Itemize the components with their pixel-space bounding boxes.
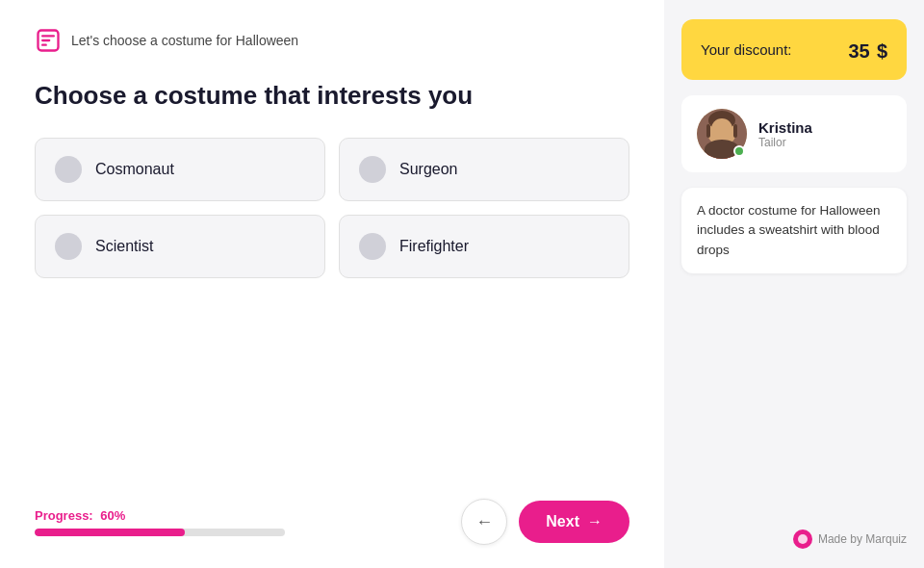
progress-bar-bg xyxy=(35,529,285,536)
progress-percent: 60% xyxy=(100,508,125,523)
message-bubble: A doctor costume for Halloween includes … xyxy=(681,188,907,273)
progress-bar-fill xyxy=(35,529,185,536)
marquiz-icon xyxy=(793,529,812,549)
left-panel: Let's choose a costume for Halloween Cho… xyxy=(0,0,664,568)
tailor-info: Kristina Tailor xyxy=(758,119,812,149)
options-grid: Cosmonaut Surgeon Scientist Firefighter xyxy=(35,138,629,278)
option-label-scientist: Scientist xyxy=(95,238,153,255)
next-button[interactable]: Next → xyxy=(519,501,629,543)
right-panel: Your discount: 35 $ xyxy=(664,0,924,568)
option-radio-cosmonaut xyxy=(55,156,82,183)
progress-text: Progress: xyxy=(35,508,93,523)
option-label-firefighter: Firefighter xyxy=(399,238,469,255)
svg-rect-7 xyxy=(706,124,710,138)
next-label: Next xyxy=(546,513,579,530)
option-scientist[interactable]: Scientist xyxy=(35,215,325,278)
tailor-name: Kristina xyxy=(758,119,812,136)
bottom-bar: Progress: 60% ← Next → xyxy=(35,499,629,545)
header-title: Let's choose a costume for Halloween xyxy=(71,33,298,48)
option-cosmonaut[interactable]: Cosmonaut xyxy=(35,138,325,201)
svg-point-6 xyxy=(708,111,735,130)
progress-label: Progress: 60% xyxy=(35,508,438,523)
header-bar: Let's choose a costume for Halloween xyxy=(35,27,629,54)
brand-label: Made by Marquiz xyxy=(818,532,907,546)
option-label-surgeon: Surgeon xyxy=(399,161,458,178)
option-surgeon[interactable]: Surgeon xyxy=(339,138,629,201)
avatar-wrap xyxy=(697,109,747,159)
option-radio-scientist xyxy=(55,233,82,260)
discount-currency: $ xyxy=(877,40,887,62)
option-radio-surgeon xyxy=(359,156,386,183)
next-arrow-icon: → xyxy=(587,513,603,530)
option-firefighter[interactable]: Firefighter xyxy=(339,215,629,278)
nav-buttons: ← Next → xyxy=(461,499,629,545)
svg-point-10 xyxy=(725,128,729,132)
tailor-role: Tailor xyxy=(758,136,812,149)
discount-label: Your discount: xyxy=(701,41,792,58)
discount-card: Your discount: 35 $ xyxy=(681,19,907,80)
back-button[interactable]: ← xyxy=(461,499,507,545)
discount-number: 35 xyxy=(848,40,869,62)
option-label-cosmonaut: Cosmonaut xyxy=(95,161,174,178)
question-title: Choose a costume that interests you xyxy=(35,81,629,111)
svg-point-12 xyxy=(798,534,808,544)
tailor-card: Kristina Tailor xyxy=(681,95,907,172)
option-radio-firefighter xyxy=(359,233,386,260)
footer-brand: Made by Marquiz xyxy=(681,522,907,549)
online-indicator xyxy=(733,145,745,157)
discount-value: 35 $ xyxy=(848,35,887,65)
quiz-icon xyxy=(35,27,62,54)
svg-point-9 xyxy=(715,128,719,132)
progress-section: Progress: 60% xyxy=(35,508,438,536)
svg-rect-8 xyxy=(733,124,737,138)
